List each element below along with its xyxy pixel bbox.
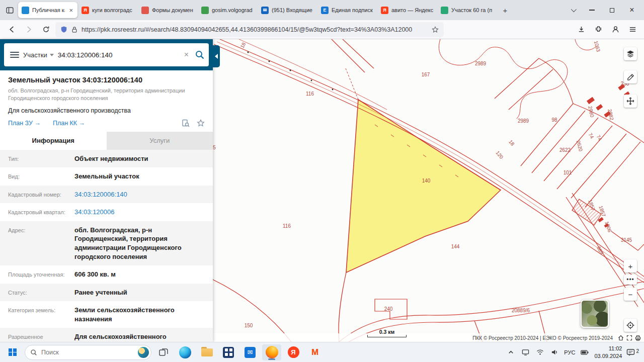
plan-link[interactable]: План КК → <box>53 120 85 127</box>
minus-icon: − <box>628 290 633 299</box>
language-indicator[interactable]: РУС <box>564 349 575 355</box>
reload-button[interactable] <box>38 23 53 37</box>
fullscreen-icon[interactable] <box>626 335 632 341</box>
firefox-icon[interactable] <box>262 344 281 360</box>
layers-button[interactable] <box>624 47 637 60</box>
measure-button[interactable] <box>624 70 637 83</box>
info-row-value[interactable]: 34:03:120006 <box>74 208 205 217</box>
mailru-icon[interactable]: M <box>305 344 325 360</box>
search-box: Участки × <box>4 43 209 66</box>
account-icon[interactable] <box>608 23 623 37</box>
search-input[interactable] <box>58 51 178 59</box>
parcel-label: 150 <box>245 323 253 328</box>
extensions-icon[interactable] <box>591 23 606 37</box>
forward-button[interactable] <box>21 23 36 37</box>
start-button[interactable] <box>3 344 22 360</box>
shield-icon[interactable] <box>60 26 67 33</box>
parcel-label: 18 <box>239 42 247 49</box>
tab-title: куги волгоградс <box>92 7 134 13</box>
taskbar-clock[interactable]: 11:02 03.09.2024 <box>594 345 622 359</box>
pan-tools-button[interactable] <box>624 95 637 108</box>
panel-tab-1[interactable]: Услуги <box>107 132 213 150</box>
battery-icon[interactable] <box>580 350 590 355</box>
task-view-button[interactable] <box>154 344 173 360</box>
maximize-button[interactable] <box>602 0 622 20</box>
parcel-label: 101 <box>564 170 572 175</box>
parcel-label: 120 <box>495 150 504 160</box>
taskbar-search[interactable] <box>25 345 151 360</box>
info-row-value[interactable]: 34:03:120006:140 <box>74 190 205 199</box>
browser-tab[interactable]: Формы докумен <box>138 2 197 18</box>
search-highlight-image[interactable] <box>138 347 149 358</box>
locate-button[interactable] <box>624 319 637 332</box>
info-rows: Тип:Объект недвижимостиВид:Земельный уча… <box>0 150 213 342</box>
list-all-tabs-icon[interactable] <box>566 3 581 17</box>
clock-time: 11:02 <box>594 345 622 352</box>
browser-tab[interactable]: Публичная ка× <box>18 2 77 18</box>
volume-icon[interactable] <box>549 349 559 355</box>
system-tray: РУС 11:02 03.09.2024 2 <box>506 345 641 359</box>
parcel-label: 74 <box>595 134 603 141</box>
chevron-left-icon <box>215 54 218 59</box>
screen: Публичная ка×Якуги волгоградсФормы докум… <box>0 0 644 362</box>
network-icon[interactable] <box>535 349 545 355</box>
downloads-icon[interactable] <box>574 23 589 37</box>
display-icon[interactable] <box>520 349 530 356</box>
browser-tab[interactable]: Якуги волгоградс <box>78 2 137 18</box>
search-icon[interactable] <box>195 50 205 60</box>
url-bar[interactable]: https://pkk.rosreestr.ru/#/search/48.830… <box>55 22 444 37</box>
menu-burger-icon[interactable] <box>10 52 19 58</box>
info-tabs: ИнформацияУслуги <box>0 132 213 150</box>
zoom-more-button[interactable]: ••• <box>624 275 637 285</box>
chevron-down-icon <box>571 7 577 12</box>
bookmark-star-icon[interactable] <box>432 26 439 33</box>
parcel-label: 116 <box>283 223 291 229</box>
menu-icon[interactable] <box>625 23 640 37</box>
basemap-thumbnail[interactable] <box>581 300 609 328</box>
plan-link[interactable]: План ЗУ → <box>8 120 41 127</box>
new-tab-button[interactable]: + <box>498 3 513 17</box>
cadastral-map[interactable]: 1811616729892989982381063298029827474262… <box>213 39 644 342</box>
parcel-label: 1857 <box>587 199 596 212</box>
notifications-button[interactable]: 2 <box>626 348 639 356</box>
browser-tab[interactable]: ✉(951) Входящие <box>258 2 317 18</box>
back-button[interactable] <box>4 23 19 37</box>
apps-grid-icon[interactable] <box>219 344 238 360</box>
browser-tab[interactable]: Участок 60 га (п <box>437 2 497 18</box>
scale-line <box>367 335 407 337</box>
panel-tab-0[interactable]: Информация <box>0 132 107 150</box>
hidden-icons-chevron[interactable] <box>506 349 516 355</box>
mail-app-icon[interactable]: ✉ <box>240 344 260 360</box>
plus-icon: + <box>628 262 633 270</box>
doc-search-icon[interactable] <box>182 119 190 127</box>
home-icon[interactable] <box>618 335 624 341</box>
browser-tab[interactable]: gosim.volgograd <box>198 2 257 18</box>
tab-close-icon[interactable]: × <box>68 7 74 14</box>
edge-icon[interactable] <box>176 344 195 360</box>
file-explorer-icon[interactable] <box>197 344 216 360</box>
close-window-button[interactable]: × <box>622 0 642 20</box>
browser-tab[interactable]: Яавито — Яндекс <box>377 2 437 18</box>
minimize-button[interactable] <box>582 0 602 20</box>
maximize-icon <box>610 8 614 13</box>
panel-collapse-button[interactable] <box>213 45 220 67</box>
parcel-label: 5 <box>213 145 216 150</box>
yandex-browser-icon[interactable]: Я <box>284 344 303 360</box>
star-icon[interactable] <box>197 119 205 127</box>
info-row: Тип:Объект недвижимости <box>0 150 213 168</box>
tab-title: (951) Входящие <box>272 7 313 13</box>
taskbar-search-input[interactable] <box>41 349 134 356</box>
info-row: Кадастровый номер:34:03:120006:140 <box>0 186 213 204</box>
url-text[interactable]: https://pkk.rosreestr.ru/#/search/48.830… <box>82 26 428 33</box>
zoom-in-button[interactable]: + <box>624 259 637 273</box>
zoom-out-button[interactable]: − <box>624 288 637 301</box>
info-row: Статус:Ранее учтенный <box>0 284 213 302</box>
firefox-view-icon[interactable] <box>2 3 17 17</box>
clear-search-icon[interactable]: × <box>182 50 191 59</box>
search-category-dropdown[interactable]: Участки <box>23 51 54 59</box>
browser-tab[interactable]: ЕЕдиная подписк <box>317 2 377 18</box>
tab-favicon: Е <box>321 7 329 14</box>
print-icon[interactable] <box>635 335 641 341</box>
taskbar: ✉ Я M РУС 11:02 03.09.2024 <box>0 342 644 362</box>
browser-toolbar: https://pkk.rosreestr.ru/#/search/48.830… <box>0 20 644 39</box>
